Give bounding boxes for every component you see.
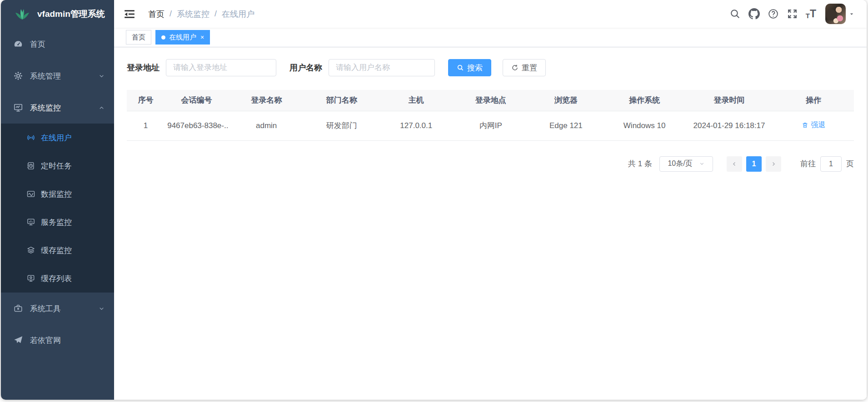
page-size-select[interactable]: 10条/页 (659, 156, 713, 172)
search-button-label: 搜索 (467, 63, 483, 73)
app-window: vfadmin管理系统 首页 系统管理 (1, 0, 867, 400)
cell-login-time: 2024-01-29 16:18:17 (685, 111, 773, 140)
navbar-right-tools: TT (722, 4, 855, 24)
pagination-total: 共 1 条 (628, 159, 652, 169)
col-host: 主机 (379, 90, 453, 111)
user-name-label: 用户名称 (289, 62, 322, 73)
gear-icon (13, 71, 23, 81)
system-monitor-submenu: 在线用户 定时任务 数据监控 (1, 124, 114, 293)
sidebar-item-label: 首页 (30, 39, 45, 50)
cell-host: 127.0.0.1 (379, 111, 453, 140)
sidebar-item-label: 数据监控 (41, 189, 72, 199)
sidebar-item-label: 若依官网 (30, 335, 61, 346)
scheduled-job-icon (26, 161, 35, 170)
online-users-icon (26, 133, 35, 142)
pagination: 共 1 条 10条/页 1 前往 页 (127, 156, 854, 172)
fullscreen-icon[interactable] (787, 8, 798, 20)
sidebar-item-scheduled-jobs[interactable]: 定时任务 (1, 152, 114, 180)
col-login-time: 登录时间 (685, 90, 773, 111)
refresh-icon (511, 64, 519, 71)
help-icon[interactable] (768, 8, 779, 20)
online-users-table: 序号 会话编号 登录名称 部门名称 主机 登录地点 浏览器 操作系统 登录时间 … (127, 90, 854, 141)
user-name-input[interactable] (329, 59, 435, 76)
search-button[interactable]: 搜索 (448, 59, 491, 76)
page-number-1[interactable]: 1 (746, 156, 762, 172)
cell-browser: Edge 121 (528, 111, 604, 140)
sidebar-item-label: 缓存列表 (41, 273, 72, 284)
goto-page-input[interactable] (820, 156, 842, 172)
server-monitor-icon (26, 218, 35, 227)
page-size-value: 10条/页 (668, 159, 692, 169)
sidebar-item-home[interactable]: 首页 (1, 28, 114, 60)
login-address-label: 登录地址 (127, 62, 160, 73)
goto-label: 前往 (800, 159, 816, 169)
col-login-location: 登录地点 (453, 90, 528, 111)
reset-button[interactable]: 重置 (503, 59, 546, 76)
breadcrumb-online-users: 在线用户 (222, 9, 254, 20)
col-dept-name: 部门名称 (304, 90, 379, 111)
app-logo[interactable]: vfadmin管理系统 (1, 0, 114, 28)
user-menu-caret-icon[interactable] (848, 11, 855, 17)
trash-icon (802, 122, 808, 129)
login-address-input[interactable] (166, 59, 276, 76)
cell-dept-name: 研发部门 (304, 111, 379, 140)
col-browser: 浏览器 (528, 90, 604, 111)
sidebar-item-data-monitor[interactable]: 数据监控 (1, 180, 114, 208)
main-area: 首页 / 系统监控 / 在线用户 (114, 0, 867, 400)
sidebar-item-label: 定时任务 (41, 161, 72, 171)
sidebar-item-cache-monitor[interactable]: 缓存监控 (1, 236, 114, 264)
search-icon[interactable] (729, 8, 741, 20)
sidebar: vfadmin管理系统 首页 系统管理 (1, 0, 114, 400)
dashboard-icon (13, 39, 23, 49)
sidebar-item-system-monitor[interactable]: 系统监控 (1, 92, 114, 124)
cell-index: 1 (127, 111, 165, 140)
cell-session-id: 9467eb63-838e-... (165, 111, 229, 140)
chevron-down-icon (699, 161, 705, 167)
sidebar-item-system-tools[interactable]: 系统工具 (1, 293, 114, 324)
sidebar-item-official-site[interactable]: 若依官网 (1, 324, 114, 356)
search-icon (457, 64, 464, 71)
font-size-big-t: T (810, 9, 816, 19)
sidebar-item-system-management[interactable]: 系统管理 (1, 60, 114, 92)
toolbox-icon (13, 303, 23, 313)
col-os: 操作系统 (604, 90, 685, 111)
sidebar-collapse-icon[interactable] (124, 8, 135, 20)
github-icon[interactable] (748, 8, 760, 20)
sidebar-item-online-users[interactable]: 在线用户 (1, 124, 114, 152)
chevron-down-icon (98, 305, 105, 312)
breadcrumb-separator: / (215, 9, 217, 19)
prev-page-button[interactable] (727, 156, 742, 172)
monitor-icon (13, 103, 23, 113)
pagination-goto: 前往 页 (800, 156, 854, 172)
next-page-button[interactable] (766, 156, 781, 172)
col-session-id: 会话编号 (165, 90, 229, 111)
table-row: 1 9467eb63-838e-... admin 研发部门 127.0.0.1… (127, 111, 854, 140)
table-header-row: 序号 会话编号 登录名称 部门名称 主机 登录地点 浏览器 操作系统 登录时间 … (127, 90, 854, 111)
tab-home[interactable]: 首页 (126, 30, 151, 45)
cache-list-icon (26, 274, 35, 283)
sidebar-item-server-monitor[interactable]: 服务监控 (1, 208, 114, 236)
breadcrumb: 首页 / 系统监控 / 在线用户 (148, 9, 254, 20)
sidebar-item-label: 缓存监控 (41, 245, 72, 256)
font-size-icon[interactable]: TT (806, 9, 816, 19)
col-index: 序号 (127, 90, 165, 111)
tab-online-users[interactable]: 在线用户 × (155, 30, 210, 45)
cell-os: Windows 10 (604, 111, 685, 140)
plant-logo-icon (15, 7, 30, 21)
chevron-up-icon (98, 104, 105, 111)
active-tab-dot (161, 35, 165, 40)
sidebar-item-cache-list[interactable]: 缓存列表 (1, 264, 114, 293)
tab-label: 在线用户 (169, 33, 196, 42)
sidebar-item-label: 在线用户 (41, 133, 72, 143)
cell-login-name: admin (229, 111, 304, 140)
tab-close-icon[interactable]: × (200, 34, 204, 40)
sidebar-item-label: 系统管理 (30, 71, 61, 81)
font-size-small-t: T (806, 12, 810, 19)
guide-icon (13, 335, 23, 345)
breadcrumb-system-monitor: 系统监控 (177, 9, 210, 20)
breadcrumb-home[interactable]: 首页 (148, 9, 165, 20)
force-logout-button[interactable]: 强退 (802, 120, 825, 130)
tags-view-bar: 首页 在线用户 × (114, 28, 867, 47)
user-avatar[interactable] (825, 4, 846, 24)
reset-button-label: 重置 (522, 63, 537, 73)
